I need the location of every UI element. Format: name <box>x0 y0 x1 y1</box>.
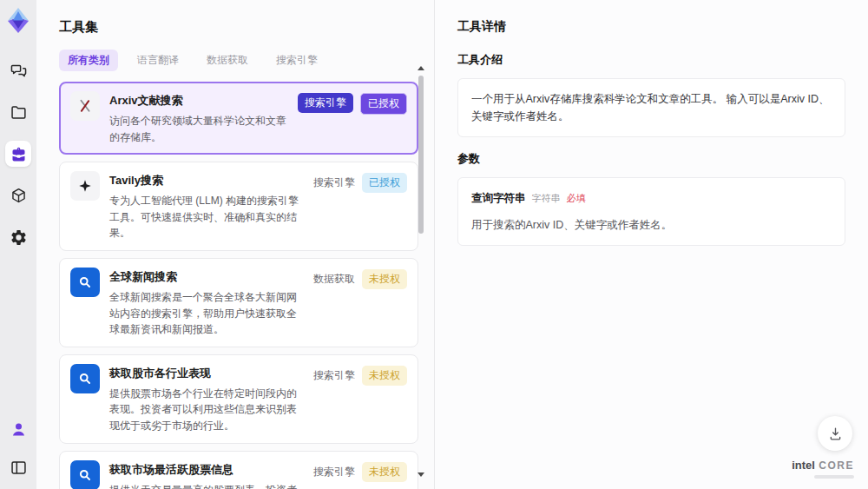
scrollbar-track[interactable] <box>418 74 424 469</box>
tool-badges: 搜索引擎 已授权 <box>313 171 407 241</box>
tool-description: 全球新闻搜索是一个聚合全球各大新闻网站内容的搜索引擎，帮助用户快速获取全球最新资… <box>109 289 304 338</box>
param-header: 查询字符串 字符串 必填 <box>471 189 832 207</box>
sidebar-item-settings[interactable] <box>5 224 31 250</box>
tool-badges: 搜索引擎 未授权 <box>313 460 407 489</box>
sparkle-icon <box>70 171 100 201</box>
tool-list-panel: 工具集 所有类别语言翻译数据获取搜索引擎 Arxiv文献搜索 <box>36 0 434 489</box>
category-tab[interactable]: 语言翻译 <box>128 50 187 71</box>
category-tab[interactable]: 搜索引擎 <box>267 50 326 71</box>
auth-status-badge: 已授权 <box>362 173 407 193</box>
search-app-icon <box>70 268 100 297</box>
category-tabs: 所有类别语言翻译数据获取搜索引擎 <box>59 50 434 71</box>
search-app-icon <box>70 364 100 393</box>
tool-intro-box: 一个用于从Arxiv存储库搜索科学论文和文章的工具。 输入可以是Arxiv ID… <box>457 78 845 137</box>
sidebar-item-models[interactable] <box>5 182 31 208</box>
search-app-icon <box>70 460 100 489</box>
tool-description: 提供当天交易量最高的股票列表。投资者可以利用这些信息来识别流动性强的股票和潜在的… <box>109 482 304 489</box>
sidebar-item-files[interactable] <box>5 99 31 125</box>
scroll-down-icon[interactable] <box>418 472 424 477</box>
auth-status-badge: 未授权 <box>362 269 407 289</box>
category-badge: 搜索引擎 <box>313 462 355 482</box>
auth-status-badge: 已授权 <box>360 93 407 115</box>
category-badge: 搜索引擎 <box>313 366 355 386</box>
tool-description: 提供股票市场各个行业在特定时间段内的表现。投资者可以利用这些信息来识别表现优于或… <box>109 386 304 434</box>
tool-card-body: 全球新闻搜索 全球新闻搜索是一个聚合全球各大新闻网站内容的搜索引擎，帮助用户快速… <box>109 268 304 338</box>
auth-status-badge: 未授权 <box>362 462 407 482</box>
sidebar-item-tools[interactable] <box>5 141 31 167</box>
category-badge: 搜索引擎 <box>313 173 355 193</box>
toolbox-icon <box>10 145 28 163</box>
tool-badges: 数据获取 未授权 <box>313 268 407 338</box>
user-icon <box>10 420 28 439</box>
tool-list: Arxiv文献搜索 访问各个研究领域大量科学论文和文章的存储库。 搜索引擎 已授… <box>59 82 418 489</box>
sidebar-bottom <box>5 416 31 480</box>
category-tab[interactable]: 数据获取 <box>198 50 257 71</box>
tool-detail-panel: 工具详情 工具介绍 一个用于从Arxiv存储库搜索科学论文和文章的工具。 输入可… <box>434 0 868 489</box>
intro-heading: 工具介绍 <box>457 52 845 68</box>
panel-toggle-icon <box>10 459 28 477</box>
chat-icon <box>10 62 28 80</box>
param-box: 查询字符串 字符串 必填 用于搜索的Arxiv ID、关键字或作者姓名。 <box>457 177 845 246</box>
param-name: 查询字符串 <box>471 189 526 207</box>
sidebar-item-profile[interactable] <box>5 416 31 442</box>
category-badge: 搜索引擎 <box>298 93 353 113</box>
tool-name: Arxiv文献搜索 <box>109 93 288 109</box>
app-logo <box>5 7 31 35</box>
scroll-up-icon[interactable] <box>418 66 424 70</box>
tool-card[interactable]: 获取市场最活跃股票信息 提供当天交易量最高的股票列表。投资者可以利用这些信息来识… <box>59 451 418 489</box>
tool-description: 专为人工智能代理 (LLM) 构建的搜索引擎工具。可快速提供实时、准确和真实的结… <box>109 193 304 241</box>
sidebar-item-chat[interactable] <box>5 57 31 83</box>
category-tab[interactable]: 所有类别 <box>59 50 118 71</box>
tool-card[interactable]: Tavily搜索 专为人工智能代理 (LLM) 构建的搜索引擎工具。可快速提供实… <box>59 162 418 251</box>
auth-status-badge: 未授权 <box>362 366 407 386</box>
tool-card-body: Arxiv文献搜索 访问各个研究领域大量科学论文和文章的存储库。 <box>109 91 288 145</box>
param-description: 用于搜索的Arxiv ID、关键字或作者姓名。 <box>471 216 832 234</box>
cube-icon <box>10 187 28 205</box>
gear-icon <box>10 228 28 247</box>
page-title: 工具集 <box>59 19 434 36</box>
tool-name: 获取股市各行业表现 <box>109 366 304 381</box>
download-icon <box>827 426 844 442</box>
sidebar-nav <box>5 57 31 250</box>
category-badge: 数据获取 <box>313 269 355 289</box>
scrollbar-thumb[interactable] <box>418 76 424 234</box>
tool-intro-text: 一个用于从Arxiv存储库搜索科学论文和文章的工具。 输入可以是Arxiv ID… <box>471 93 830 122</box>
tool-card[interactable]: Arxiv文献搜索 访问各个研究领域大量科学论文和文章的存储库。 搜索引擎 已授… <box>59 82 418 155</box>
tool-card[interactable]: 获取股市各行业表现 提供股票市场各个行业在特定时间段内的表现。投资者可以利用这些… <box>59 354 418 444</box>
list-scrollbar[interactable] <box>417 66 425 477</box>
arxiv-icon <box>70 91 100 121</box>
folder-icon <box>10 103 28 122</box>
tool-badges: 搜索引擎 已授权 <box>298 91 407 145</box>
core-brand-text: CORE <box>819 459 854 472</box>
intel-core-logo: intel CORE <box>792 457 854 479</box>
tool-card-body: 获取市场最活跃股票信息 提供当天交易量最高的股票列表。投资者可以利用这些信息来识… <box>109 460 304 489</box>
params-heading: 参数 <box>457 151 845 167</box>
sidebar <box>0 0 36 489</box>
intel-brand-text: intel <box>792 459 815 472</box>
tool-card-body: Tavily搜索 专为人工智能代理 (LLM) 构建的搜索引擎工具。可快速提供实… <box>109 171 304 241</box>
app-window: 工具集 所有类别语言翻译数据获取搜索引擎 Arxiv文献搜索 <box>0 0 868 489</box>
param-type: 字符串 <box>532 191 561 207</box>
detail-title: 工具详情 <box>457 19 845 35</box>
sidebar-item-collapse[interactable] <box>5 454 31 480</box>
tool-name: 获取市场最活跃股票信息 <box>109 462 304 478</box>
brand-subline <box>814 475 854 479</box>
tool-badges: 搜索引擎 未授权 <box>313 364 407 434</box>
download-button[interactable] <box>818 416 852 451</box>
param-required-badge: 必填 <box>567 191 586 207</box>
tool-description: 访问各个研究领域大量科学论文和文章的存储库。 <box>109 113 288 145</box>
tool-card[interactable]: 全球新闻搜索 全球新闻搜索是一个聚合全球各大新闻网站内容的搜索引擎，帮助用户快速… <box>59 258 418 347</box>
tool-card-body: 获取股市各行业表现 提供股票市场各个行业在特定时间段内的表现。投资者可以利用这些… <box>109 364 304 434</box>
tool-name: 全球新闻搜索 <box>109 269 304 285</box>
tool-name: Tavily搜索 <box>109 173 304 188</box>
